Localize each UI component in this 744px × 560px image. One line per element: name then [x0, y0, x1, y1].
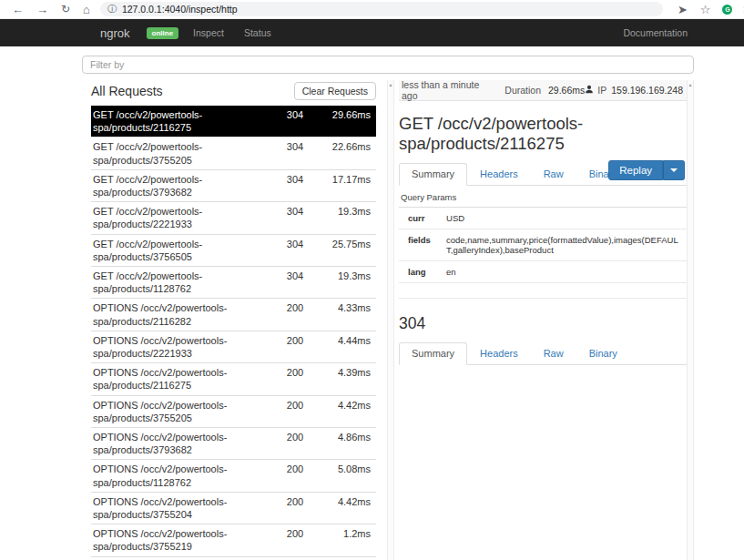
request-path: GET /occ/v2/powertools-spa/products/3755…	[93, 140, 273, 166]
query-param-key: lang	[399, 267, 426, 277]
brand-ngrok[interactable]: ngrok	[100, 26, 130, 40]
duration-label: Duration	[504, 85, 541, 96]
query-param-key: curr	[399, 213, 426, 223]
request-list-panel: All Requests Clear Requests GET /occ/v2/…	[82, 80, 376, 560]
request-path: GET /occ/v2/powertools-spa/products/1128…	[93, 270, 273, 295]
tab-headers[interactable]: Headers	[467, 342, 531, 365]
request-path: OPTIONS /occ/v2/powertools-spa/products/…	[93, 495, 273, 521]
nav-link-documentation[interactable]: Documentation	[623, 27, 688, 38]
request-row[interactable]: GET /occ/v2/powertools-spa/products/3793…	[91, 170, 376, 202]
forward-icon[interactable]: →	[36, 4, 48, 15]
send-icon[interactable]: ➤	[678, 4, 688, 15]
request-path: OPTIONS /occ/v2/powertools-spa/products/…	[93, 301, 273, 327]
request-row[interactable]: OPTIONS /occ/v2/powertools-spa/products/…	[91, 460, 376, 492]
back-icon[interactable]: ←	[12, 4, 24, 15]
request-rows: GET /occ/v2/powertools-spa/products/2116…	[91, 106, 376, 557]
request-path: OPTIONS /occ/v2/powertools-spa/products/…	[93, 399, 273, 424]
tab-binary[interactable]: Binary	[576, 342, 630, 365]
request-status: 200	[273, 495, 317, 507]
ip-label: IP	[597, 85, 606, 96]
replay-dropdown-button[interactable]	[663, 160, 685, 180]
request-duration: 4.86ms	[317, 431, 374, 443]
request-status: 200	[273, 399, 317, 411]
request-row[interactable]: GET /occ/v2/powertools-spa/products/2116…	[91, 106, 376, 137]
bookmark-star-icon[interactable]: ☆	[700, 4, 711, 15]
address-bar[interactable]: ⓘ 127.0.0.1:4040/inspect/http	[100, 2, 663, 16]
request-status: 200	[273, 334, 317, 346]
query-param-row: currUSD	[399, 208, 687, 229]
query-param-key: fields	[399, 235, 426, 255]
request-duration: 4.44ms	[317, 334, 374, 346]
request-duration: 29.66ms	[317, 108, 374, 120]
request-row[interactable]: OPTIONS /occ/v2/powertools-spa/products/…	[91, 493, 376, 524]
request-detail-panel: less than a minute ago Duration 29.66ms …	[399, 80, 687, 560]
clear-requests-button[interactable]: Clear Requests	[294, 82, 376, 100]
request-row[interactable]: OPTIONS /occ/v2/powertools-spa/products/…	[91, 363, 376, 395]
request-row[interactable]: GET /occ/v2/powertools-spa/products/3755…	[91, 137, 376, 169]
query-param-value: en	[446, 267, 462, 277]
request-tabs: SummaryHeadersRawBinary Replay	[399, 163, 687, 186]
tab-summary[interactable]: Summary	[399, 163, 467, 186]
response-tabs: SummaryHeadersRawBinary	[399, 342, 687, 365]
query-params-table: currUSDfieldscode,name,summary,price(for…	[399, 208, 687, 283]
tab-raw[interactable]: Raw	[531, 342, 576, 365]
ngrok-navbar: ngrok online Inspect Status Documentatio…	[0, 19, 744, 46]
ip-value: 159.196.169.248	[611, 85, 683, 96]
request-duration: 1.2ms	[317, 527, 374, 539]
detail-panel-scrollbar[interactable]: ▲	[687, 80, 694, 560]
nav-link-inspect[interactable]: Inspect	[193, 27, 224, 38]
scroll-up-icon[interactable]: ▲	[688, 82, 693, 87]
scroll-up-icon[interactable]: ▲	[389, 82, 393, 87]
request-duration: 19.3ms	[317, 205, 374, 217]
url-text: 127.0.0.1:4040/inspect/http	[122, 4, 238, 15]
response-status-title: 304	[399, 314, 687, 333]
request-path: OPTIONS /occ/v2/powertools-spa/products/…	[93, 366, 273, 392]
request-row[interactable]: GET /occ/v2/powertools-spa/products/3756…	[91, 235, 376, 267]
request-status: 304	[273, 108, 317, 120]
duration-value: 29.66ms	[548, 85, 585, 96]
request-status: 304	[273, 270, 317, 281]
request-duration: 4.39ms	[317, 366, 374, 378]
query-param-value: USD	[446, 213, 470, 223]
tab-summary[interactable]: Summary	[399, 342, 467, 365]
request-row[interactable]: OPTIONS /occ/v2/powertools-spa/products/…	[91, 428, 376, 460]
browser-toolbar: ← → ↻ ⌂ ⓘ 127.0.0.1:4040/inspect/http ➤ …	[0, 0, 744, 19]
request-row[interactable]: GET /occ/v2/powertools-spa/products/1128…	[91, 267, 376, 299]
request-path: OPTIONS /occ/v2/powertools-spa/products/…	[93, 527, 273, 553]
request-path: GET /occ/v2/powertools-spa/products/3793…	[93, 173, 273, 199]
inspect-page: All Requests Clear Requests GET /occ/v2/…	[82, 56, 694, 560]
request-duration: 17.17ms	[317, 173, 374, 185]
query-param-row: fieldscode,name,summary,price(formattedV…	[399, 229, 687, 261]
tab-headers[interactable]: Headers	[467, 163, 531, 186]
request-duration: 4.42ms	[317, 399, 374, 411]
request-path: OPTIONS /occ/v2/powertools-spa/products/…	[93, 463, 273, 488]
nav-link-status[interactable]: Status	[244, 27, 271, 38]
tab-raw[interactable]: Raw	[531, 163, 576, 186]
request-row[interactable]: OPTIONS /occ/v2/powertools-spa/products/…	[91, 396, 376, 428]
query-param-value: code,name,summary,price(formattedValue),…	[446, 235, 687, 255]
request-status: 304	[273, 173, 317, 185]
replay-button[interactable]: Replay	[608, 160, 663, 180]
request-status: 200	[273, 301, 317, 313]
request-duration: 4.33ms	[317, 301, 374, 313]
request-status: 304	[273, 205, 317, 217]
query-param-row: langen	[399, 261, 687, 283]
page-info-icon[interactable]: ⓘ	[107, 3, 117, 15]
reload-icon[interactable]: ↻	[61, 4, 70, 15]
request-list-scrollbar[interactable]: ▲	[387, 80, 394, 560]
request-row[interactable]: OPTIONS /occ/v2/powertools-spa/products/…	[91, 524, 376, 556]
filter-input[interactable]	[82, 56, 694, 74]
request-row[interactable]: OPTIONS /occ/v2/powertools-spa/products/…	[91, 331, 376, 363]
extension-green-icon[interactable]: G	[722, 5, 732, 15]
request-status: 200	[273, 366, 317, 378]
request-status: 200	[273, 431, 317, 443]
home-icon[interactable]: ⌂	[83, 4, 90, 15]
request-row[interactable]: OPTIONS /occ/v2/powertools-spa/products/…	[91, 299, 376, 331]
request-row[interactable]: GET /occ/v2/powertools-spa/products/2221…	[91, 202, 376, 234]
replay-split-button: Replay	[608, 160, 685, 180]
request-path: GET /occ/v2/powertools-spa/products/2221…	[93, 205, 273, 230]
status-badge: online	[147, 27, 179, 39]
request-status: 304	[273, 238, 317, 249]
request-path: GET /occ/v2/powertools-spa/products/3756…	[93, 238, 273, 263]
request-list-title: All Requests	[91, 84, 163, 98]
